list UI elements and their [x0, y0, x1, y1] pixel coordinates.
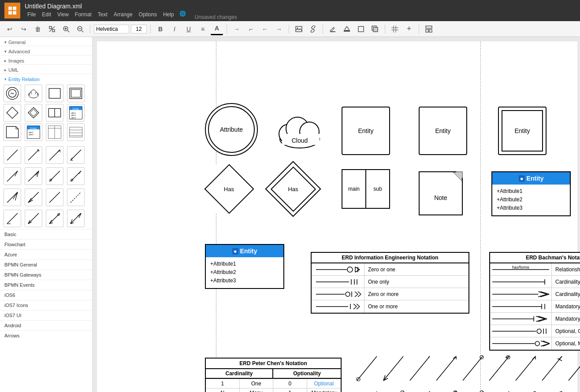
- doc-title[interactable]: Untitled Diagram.xml: [25, 3, 186, 10]
- redo-button[interactable]: ↪: [18, 23, 30, 35]
- dashed-vline-1: [216, 41, 216, 392]
- shape-diag16[interactable]: [67, 210, 85, 227]
- svg-line-74: [7, 171, 18, 181]
- svg-line-180: [532, 356, 535, 359]
- zoom-in-button[interactable]: [60, 23, 72, 35]
- sidebar-section-entity-relation[interactable]: ▾ Entity Relation: [0, 74, 92, 83]
- zoom-out-button[interactable]: [74, 23, 86, 35]
- layout-button[interactable]: [423, 23, 435, 35]
- cloud-shape[interactable]: Cloud: [273, 107, 326, 153]
- shape-diag13[interactable]: [4, 210, 21, 227]
- sidebar-item-ios6[interactable]: iOS6: [0, 290, 92, 300]
- svg-rect-2: [8, 11, 12, 15]
- fit-button[interactable]: [46, 23, 58, 35]
- sidebar-item-bpmn-gateways[interactable]: BPMN Gateways: [0, 270, 92, 280]
- sidebar-item-ios7-ui[interactable]: iOS7 UI: [0, 310, 92, 320]
- blue-entity-2[interactable]: ■ Entity +Attribute1 +Attribute2 +Attrib…: [205, 244, 284, 289]
- shape-erd-ie[interactable]: [46, 123, 63, 141]
- menu-arrange[interactable]: Arrange: [111, 11, 135, 18]
- shape-wide-grid[interactable]: [67, 123, 85, 141]
- underline-button[interactable]: U: [182, 23, 195, 35]
- sidebar-item-bpmn-general[interactable]: BPMN General: [0, 259, 92, 270]
- shape-diag2[interactable]: [25, 146, 42, 164]
- svg-text:Cloud: Cloud: [292, 137, 308, 144]
- sidebar-item-android[interactable]: Android: [0, 320, 92, 330]
- align-button[interactable]: ≡: [197, 23, 209, 35]
- arrow-left-button[interactable]: ←: [259, 23, 271, 35]
- shape-diag5[interactable]: [4, 167, 21, 185]
- attribute-shape[interactable]: Attribute: [205, 103, 258, 156]
- split-entity-shape[interactable]: main sub: [342, 169, 390, 209]
- entity-rect-nested[interactable]: Entity: [498, 107, 547, 155]
- shape-entity-simple[interactable]: [46, 85, 63, 102]
- has-diamond-2[interactable]: Has: [269, 165, 317, 213]
- font-color-button[interactable]: A: [211, 23, 223, 35]
- shape-diag8[interactable]: [67, 167, 85, 185]
- bold-button[interactable]: B: [154, 23, 167, 35]
- shape-cloud[interactable]: [25, 85, 42, 102]
- shape-diag7[interactable]: [46, 167, 63, 185]
- sidebar-section-images[interactable]: ▸ Images: [0, 55, 92, 64]
- shape-diag12[interactable]: [67, 189, 85, 206]
- sidebar-item-arrows[interactable]: Arrows: [0, 330, 92, 340]
- sidebar-section-uml[interactable]: ▸ UML: [0, 64, 92, 74]
- font-size-input[interactable]: [131, 25, 147, 33]
- shape-diag9[interactable]: [4, 189, 21, 206]
- svg-line-65: [28, 150, 39, 160]
- shape-diag4[interactable]: [67, 146, 85, 164]
- sidebar-item-azure[interactable]: Azure: [0, 249, 92, 259]
- arrow-bend-button[interactable]: ⌐: [245, 23, 257, 35]
- shape-attribute[interactable]: Attr: [4, 85, 21, 102]
- entity-rect-2[interactable]: Entity: [419, 107, 467, 155]
- shape-diag15[interactable]: [46, 210, 63, 227]
- shape-entity-blue2[interactable]: Entity+Attr1+Attr2: [25, 123, 42, 141]
- pen-color-button[interactable]: [327, 23, 339, 35]
- has-diamond-1[interactable]: Has: [205, 165, 253, 213]
- shape-diag14[interactable]: [25, 210, 42, 227]
- sidebar-item-ios7-icons[interactable]: iOS7 Icons: [0, 300, 92, 310]
- svg-text:+Attr2: +Attr2: [28, 133, 33, 136]
- shape-diag10[interactable]: [25, 189, 42, 206]
- sidebar-section-advanced[interactable]: ▾ Advanced: [0, 46, 92, 55]
- menu-view[interactable]: View: [55, 11, 71, 18]
- entity-rect-1[interactable]: Entity: [342, 107, 390, 155]
- menu-file[interactable]: File: [25, 11, 38, 18]
- shape-diamond[interactable]: [4, 104, 21, 122]
- shape-entity-double[interactable]: [67, 85, 85, 102]
- font-name-input[interactable]: [94, 25, 129, 33]
- svg-text:Entity: Entity: [30, 127, 37, 129]
- sidebar-item-flowchart[interactable]: Flowchart: [0, 239, 92, 249]
- shape-diamond-double[interactable]: [25, 104, 42, 122]
- shape-diag11[interactable]: [46, 189, 63, 206]
- arrow-right2-button[interactable]: →: [273, 23, 285, 35]
- menu-edit[interactable]: Edit: [39, 11, 54, 18]
- italic-button[interactable]: I: [168, 23, 181, 35]
- delete-button[interactable]: 🗑: [32, 23, 44, 35]
- shape-split-entity[interactable]: [46, 104, 63, 122]
- diagonal-line-shapes4: [0, 208, 92, 229]
- shadow-button[interactable]: [369, 23, 381, 35]
- sidebar-item-basic[interactable]: Basic: [0, 229, 92, 239]
- shape-diag3[interactable]: [46, 146, 63, 164]
- menu-text[interactable]: Text: [95, 11, 110, 18]
- undo-button[interactable]: ↩: [4, 23, 16, 35]
- image-button[interactable]: [293, 23, 305, 35]
- fill-color-button[interactable]: [341, 23, 353, 35]
- menu-options[interactable]: Options: [136, 11, 160, 18]
- blue-entity-1[interactable]: ■ Entity +Attribute1 +Attribute2 +Attrib…: [491, 171, 571, 216]
- border-button[interactable]: [355, 23, 367, 35]
- shape-entity-blue[interactable]: Entity+Attr1+Attr2+Attr3: [67, 104, 85, 122]
- link-button[interactable]: [307, 23, 319, 35]
- add-button[interactable]: +: [403, 23, 415, 35]
- menu-format[interactable]: Format: [72, 11, 94, 18]
- menu-help[interactable]: Help: [160, 11, 177, 18]
- note-shape[interactable]: Note: [419, 171, 463, 215]
- sidebar-section-general[interactable]: ▾ General: [0, 37, 92, 46]
- arrow-right-button[interactable]: →: [231, 23, 243, 35]
- grid-button[interactable]: [389, 23, 401, 35]
- shape-diag6[interactable]: [25, 167, 42, 185]
- sidebar-item-bpmn-events[interactable]: BPMN Events: [0, 280, 92, 290]
- shape-note[interactable]: [4, 123, 21, 141]
- shape-diag1[interactable]: [4, 146, 21, 164]
- canvas-area[interactable]: Attribute Cloud Entity: [93, 37, 580, 392]
